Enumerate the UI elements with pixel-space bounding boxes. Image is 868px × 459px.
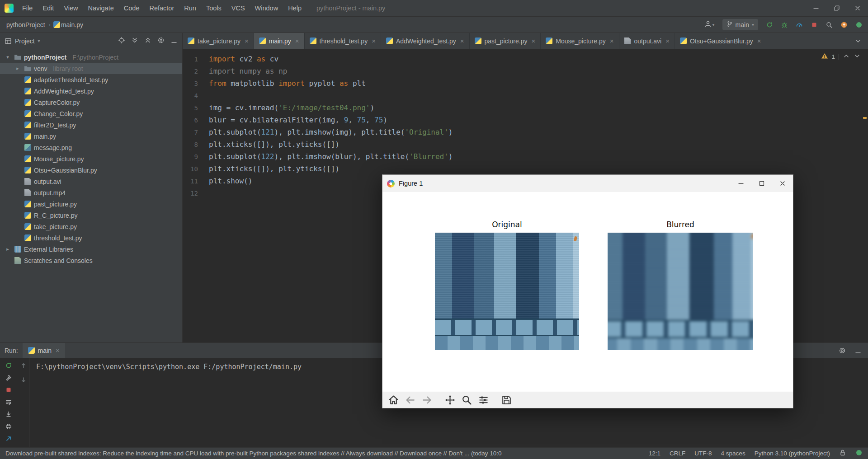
tree-item-message.png[interactable]: message.png bbox=[0, 142, 182, 153]
menu-tools[interactable]: Tools bbox=[201, 0, 226, 16]
menu-window[interactable]: Window bbox=[250, 0, 283, 16]
close-button[interactable] bbox=[847, 0, 868, 16]
profiler-button[interactable] bbox=[796, 21, 803, 28]
figure-canvas[interactable]: Original Blurred bbox=[382, 192, 793, 392]
collapse-all-icon[interactable] bbox=[144, 37, 151, 45]
tree-item-output.avi[interactable]: output.avi bbox=[0, 176, 182, 187]
breadcrumb-project[interactable]: pythonProject bbox=[6, 21, 45, 28]
chevron-down-icon[interactable]: ▾ bbox=[4, 54, 12, 60]
close-tab-icon[interactable]: × bbox=[757, 37, 761, 44]
hide-panel-icon[interactable] bbox=[170, 37, 178, 45]
line-separator[interactable]: CRLF bbox=[670, 450, 685, 457]
update-badge[interactable] bbox=[840, 21, 848, 28]
breadcrumb-file[interactable]: main.py bbox=[61, 21, 83, 28]
hide-icon[interactable] bbox=[854, 346, 863, 355]
figure-title-bar[interactable]: Figure 1 bbox=[382, 175, 793, 192]
menu-navigate[interactable]: Navigate bbox=[83, 0, 119, 16]
lock-icon[interactable] bbox=[839, 449, 846, 458]
menu-vcs[interactable]: VCS bbox=[226, 0, 250, 16]
tree-item-External Libraries[interactable]: ▸External Libraries bbox=[0, 244, 182, 255]
tree-item-Change_Color.py[interactable]: Change_Color.py bbox=[0, 108, 182, 119]
rerun-button[interactable] bbox=[766, 21, 773, 28]
file-encoding[interactable]: UTF-8 bbox=[694, 450, 712, 457]
git-branch-button[interactable]: main ▾ bbox=[722, 19, 758, 30]
chevron-down-icon[interactable]: ▾ bbox=[38, 38, 40, 43]
tree-item-venv[interactable]: ▸venvlibrary root bbox=[0, 63, 182, 74]
close-tab-icon[interactable]: × bbox=[531, 37, 535, 44]
tree-item-main.py[interactable]: main.py bbox=[0, 131, 182, 142]
rerun-icon[interactable] bbox=[4, 362, 13, 369]
project-tool-header[interactable]: Project ▾ bbox=[0, 33, 183, 49]
menu-code[interactable]: Code bbox=[119, 0, 145, 16]
scroll-end-icon[interactable] bbox=[4, 411, 13, 418]
menu-file[interactable]: File bbox=[17, 0, 38, 16]
up-arrow-icon[interactable] bbox=[20, 362, 27, 371]
pan-icon[interactable] bbox=[443, 394, 456, 407]
menu-edit[interactable]: Edit bbox=[38, 0, 59, 16]
tab-main.py[interactable]: main.py× bbox=[254, 33, 305, 49]
run-tab-main[interactable]: main × bbox=[23, 343, 65, 358]
wrench-icon[interactable] bbox=[4, 374, 13, 381]
tree-item-adaptiveThreshold_test.py[interactable]: adaptiveThreshold_test.py bbox=[0, 74, 182, 85]
tree-item-Mouse_picture.py[interactable]: Mouse_picture.py bbox=[0, 153, 182, 164]
debug-button[interactable] bbox=[781, 21, 788, 28]
tree-item-output.mp4[interactable]: output.mp4 bbox=[0, 187, 182, 198]
tree-item-filter2D_test.py[interactable]: filter2D_test.py bbox=[0, 119, 182, 131]
subplots-icon[interactable] bbox=[477, 394, 490, 407]
menu-view[interactable]: View bbox=[59, 0, 83, 16]
tree-item-CaptureColor.py[interactable]: CaptureColor.py bbox=[0, 97, 182, 108]
prev-warning-icon[interactable] bbox=[843, 52, 850, 61]
expand-all-icon[interactable] bbox=[131, 37, 138, 45]
status-link[interactable]: Don't ... bbox=[448, 450, 469, 457]
minimize-button[interactable] bbox=[806, 0, 826, 16]
tab-output.avi[interactable]: output.avi× bbox=[619, 33, 675, 49]
tab-threshold_test.py[interactable]: threshold_test.py× bbox=[305, 33, 381, 49]
gear-icon[interactable] bbox=[157, 37, 165, 45]
tab-take_picture.py[interactable]: take_picture.py× bbox=[183, 33, 254, 49]
caret-position[interactable]: 12:1 bbox=[649, 450, 660, 457]
tab-Mouse_picture.py[interactable]: Mouse_picture.py× bbox=[541, 33, 619, 49]
tree-item-R_C_picture.py[interactable]: R_C_picture.py bbox=[0, 210, 182, 221]
chevron-right-icon[interactable]: ▸ bbox=[14, 66, 22, 71]
inspections-widget[interactable]: 1 bbox=[821, 52, 861, 61]
menu-refactor[interactable]: Refactor bbox=[144, 0, 179, 16]
user-icon[interactable]: ▾ bbox=[704, 20, 715, 29]
tree-item-Otsu+GaussianBlur.py[interactable]: Otsu+GaussianBlur.py bbox=[0, 164, 182, 176]
figure-minimize-button[interactable] bbox=[731, 175, 751, 192]
menu-help[interactable]: Help bbox=[283, 0, 307, 16]
down-arrow-icon[interactable] bbox=[20, 376, 27, 385]
tree-item-past_picture.py[interactable]: past_picture.py bbox=[0, 198, 182, 210]
tab-Otsu+GaussianBlur.py[interactable]: Otsu+GaussianBlur.py× bbox=[675, 33, 766, 49]
forward-icon[interactable] bbox=[420, 394, 433, 407]
status-link[interactable]: Always download bbox=[346, 450, 393, 457]
close-tab-icon[interactable]: × bbox=[665, 37, 670, 44]
print-icon[interactable] bbox=[4, 423, 13, 430]
restore-button[interactable] bbox=[826, 0, 847, 16]
tree-item-take_picture.py[interactable]: take_picture.py bbox=[0, 221, 182, 232]
close-tab-icon[interactable]: × bbox=[245, 37, 249, 44]
figure-window[interactable]: Figure 1 Original Blurred bbox=[382, 174, 793, 408]
close-run-tab-icon[interactable]: × bbox=[56, 347, 60, 354]
gear-icon[interactable] bbox=[838, 346, 847, 355]
status-link[interactable]: Download once bbox=[400, 450, 442, 457]
chevron-right-icon[interactable]: ▸ bbox=[4, 246, 12, 252]
tab-AddWeighted_test.py[interactable]: AddWeighted_test.py× bbox=[381, 33, 470, 49]
soft-wrap-icon[interactable] bbox=[4, 398, 13, 406]
tree-item-Scratches and Consoles[interactable]: Scratches and Consoles bbox=[0, 255, 182, 266]
stop-button[interactable] bbox=[811, 21, 818, 28]
tab-past_picture.py[interactable]: past_picture.py× bbox=[470, 33, 541, 49]
home-icon[interactable] bbox=[387, 394, 400, 407]
close-tab-icon[interactable]: × bbox=[460, 37, 464, 44]
tree-item-threshold_test.py[interactable]: threshold_test.py bbox=[0, 232, 182, 244]
status-message[interactable]: Download pre-built shared indexes: Reduc… bbox=[5, 450, 640, 457]
close-tab-icon[interactable]: × bbox=[372, 37, 376, 44]
next-warning-icon[interactable] bbox=[854, 52, 861, 61]
hidden-tabs-chevron-icon[interactable] bbox=[848, 33, 868, 49]
tree-item-AddWeighted_test.py[interactable]: AddWeighted_test.py bbox=[0, 85, 182, 97]
menu-run[interactable]: Run bbox=[179, 0, 201, 16]
locate-icon[interactable] bbox=[118, 37, 125, 45]
close-tab-icon[interactable]: × bbox=[295, 37, 299, 44]
back-icon[interactable] bbox=[404, 394, 416, 407]
stop-icon[interactable] bbox=[4, 386, 13, 393]
search-icon[interactable] bbox=[826, 21, 833, 28]
